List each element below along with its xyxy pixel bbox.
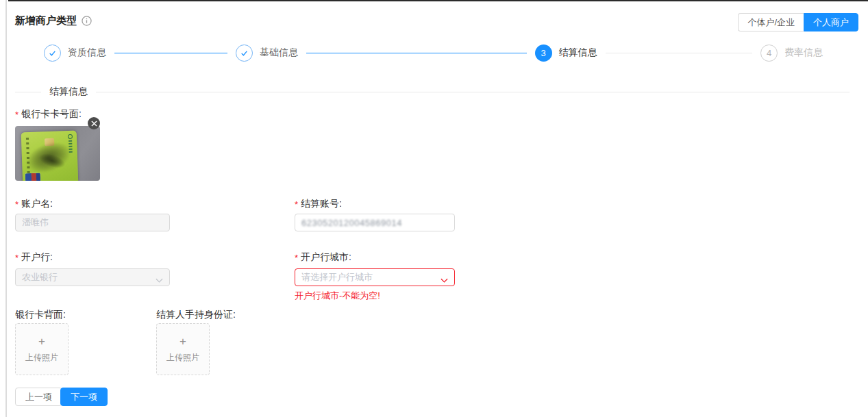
- bank-select: 农业银行: [15, 268, 170, 286]
- step-label: 资质信息: [68, 47, 106, 59]
- section-divider-settlement: 结算信息: [15, 86, 850, 98]
- step-connector: [306, 53, 527, 53]
- step-label: 结算信息: [559, 47, 597, 59]
- holder-id-photo-label: 结算人手持身份证:: [156, 309, 236, 321]
- step-basic-info: 基础信息: [236, 45, 298, 62]
- page-title: 新增商户类型: [15, 14, 92, 27]
- upload-text: 上传照片: [166, 352, 199, 364]
- required-mark: *: [15, 110, 18, 120]
- next-step-button[interactable]: 下一项: [60, 388, 108, 406]
- plus-icon: +: [179, 336, 186, 347]
- type-button-individual-business[interactable]: 个体户/企业: [738, 13, 804, 31]
- close-icon: [91, 121, 97, 127]
- bank-city-placeholder: 请选择开户行城市: [301, 271, 373, 283]
- add-merchant-type-page: 新增商户类型 个体户/企业 个人商户 资质信息 基础信息 3 结算信息: [0, 0, 868, 417]
- step-check-icon: [44, 45, 61, 62]
- type-button-personal-merchant[interactable]: 个人商户: [804, 13, 858, 31]
- info-icon[interactable]: [82, 16, 92, 26]
- step-check-icon: [236, 45, 253, 62]
- step-label: 基础信息: [260, 47, 298, 59]
- settlement-account-label: * 结算账号:: [295, 198, 342, 210]
- bank-label: * 开户行:: [15, 251, 53, 264]
- card-emblem: [25, 173, 40, 181]
- step-connector: [606, 53, 752, 53]
- bank-card-back-upload[interactable]: + 上传照片: [15, 323, 69, 375]
- step-qualification-info: 资质信息: [44, 45, 106, 62]
- chevron-down-icon: [441, 275, 448, 286]
- remove-image-button[interactable]: [88, 117, 100, 129]
- previous-step-button[interactable]: 上一项: [15, 388, 62, 406]
- step-number: 4: [760, 45, 778, 62]
- account-name-label: * 账户名:: [15, 198, 53, 210]
- merchant-type-switch: 个体户/企业 个人商户: [738, 13, 858, 31]
- top-border-line: [8, 0, 868, 1]
- step-label: 费率信息: [784, 47, 823, 59]
- step-number: 3: [535, 45, 552, 62]
- settlement-account-input[interactable]: 6230520120045869014: [295, 214, 455, 231]
- chevron-down-icon: [156, 275, 163, 286]
- account-name-input: 潘唯伟: [15, 214, 170, 231]
- bank-card-back-label: 银行卡背面:: [15, 309, 66, 321]
- step-settlement-info: 3 结算信息: [535, 45, 597, 62]
- required-mark: *: [15, 199, 18, 210]
- step-rate-info: 4 费率信息: [760, 45, 823, 62]
- bank-card-front-label: * 银行卡卡号面:: [15, 108, 82, 121]
- bank-city-label: * 开户行城市:: [295, 251, 351, 264]
- left-panel-divider: [5, 0, 7, 417]
- step-connector: [114, 53, 227, 53]
- bank-logo-strip: [67, 134, 75, 175]
- settlement-account-value: 6230520120045869014: [301, 218, 402, 228]
- required-mark: *: [295, 199, 298, 210]
- stepper: 资质信息 基础信息 3 结算信息 4 费率信息: [44, 43, 823, 62]
- page-title-text: 新增商户类型: [15, 14, 77, 27]
- bank-city-error: 开户行城市-不能为空!: [295, 290, 380, 302]
- required-mark: *: [295, 253, 298, 263]
- green-bank-card: [21, 131, 79, 181]
- bank-card-front-image[interactable]: [15, 126, 100, 181]
- required-mark: *: [15, 253, 18, 263]
- plus-icon: +: [38, 336, 45, 347]
- section-divider-label: 结算信息: [41, 86, 96, 98]
- holder-id-photo-upload[interactable]: + 上传照片: [156, 323, 210, 375]
- bank-city-select[interactable]: 请选择开户行城市: [295, 268, 455, 286]
- upload-text: 上传照片: [25, 352, 58, 364]
